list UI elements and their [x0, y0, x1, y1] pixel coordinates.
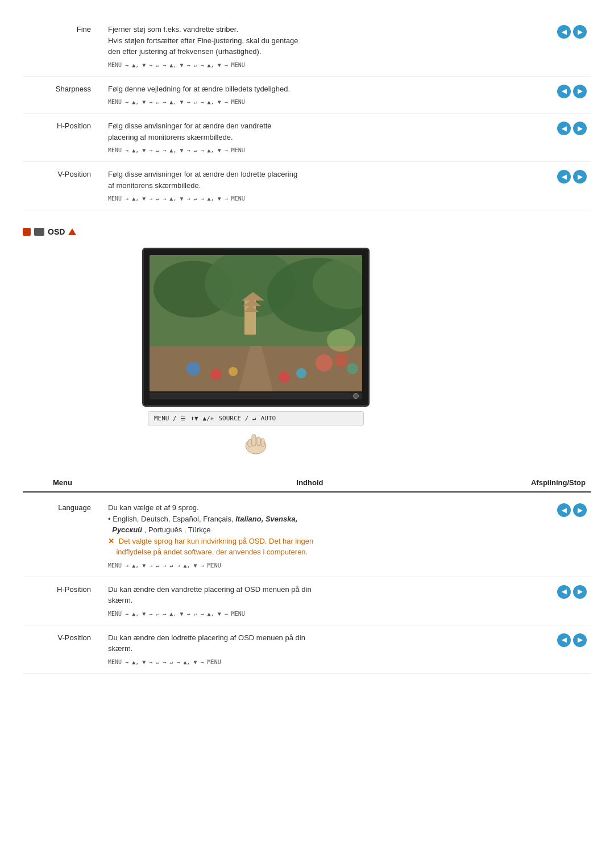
header-action: Afspilning/Stop: [517, 478, 591, 487]
osd-row-v-position: V-Position Du kan ændre den lodrette pla…: [23, 625, 591, 674]
sharpness-prev-button[interactable]: ◀: [557, 85, 571, 98]
h-position-label: H-Position: [23, 120, 102, 130]
svg-rect-21: [252, 435, 256, 446]
osd-v-position-label: V-Position: [23, 632, 102, 642]
language-label: Language: [23, 502, 102, 512]
language-content: Du kan vælge et af 9 sprog. • English, D…: [108, 502, 551, 570]
osd-row-language: Language Du kan vælge et af 9 sprog. • E…: [23, 495, 591, 577]
language-warning: ✕ Det valgte sprog har kun indvirkning p…: [108, 537, 313, 557]
sharpness-description: Følg denne vejledning for at ændre bille…: [108, 85, 290, 93]
fine-next-button[interactable]: ▶: [573, 25, 587, 39]
osd-title: OSD: [48, 227, 65, 236]
monitor-frame: [142, 248, 370, 407]
svg-point-15: [296, 368, 306, 378]
osd-h-position-description: Du kan ændre den vandrette placering af …: [108, 585, 312, 605]
fine-label: Fine: [23, 24, 102, 34]
language-next-button[interactable]: ▶: [573, 503, 587, 517]
settings-section: Fine Fjerner støj som f.eks. vandrette s…: [23, 17, 591, 210]
osd-control-bar: MENU / ☰ ⬆▼ ▲/✳ SOURCE / ↵ AUTO: [148, 411, 364, 425]
osd-header: OSD: [23, 227, 591, 236]
monitor-screen-image: [150, 255, 362, 391]
osd-h-position-prev-button[interactable]: ◀: [557, 585, 571, 599]
sharpness-content: Følg denne vejledning for at ændre bille…: [108, 84, 551, 107]
svg-point-19: [327, 329, 355, 352]
monitor-power-button[interactable]: [353, 393, 359, 399]
language-list: • English, Deutsch, Español, Français, I…: [108, 515, 297, 535]
osd-v-position-nav-hint: MENU → ▲, ▼ → ↵ → ↵ → ▲, ▼ → MENU: [108, 658, 551, 666]
svg-point-18: [347, 363, 358, 374]
remote-pointer: [239, 428, 273, 457]
triangle-icon: [68, 228, 76, 235]
sharpness-next-button[interactable]: ▶: [573, 85, 587, 98]
settings-row-v-position: V-Position Følg disse anvisninger for at…: [23, 162, 591, 210]
control-bar-brightness: ▲/✳: [203, 415, 214, 422]
fine-content: Fjerner støj som f.eks. vandrette stribe…: [108, 24, 551, 69]
h-position-nav-hint: MENU → ▲, ▼ → ↵ → ▲, ▼ → ↵ → ▲, ▼ → MENU: [108, 146, 551, 155]
osd-table-header: Menu Indhold Afspilning/Stop: [23, 474, 591, 493]
monitor-container: MENU / ☰ ⬆▼ ▲/✳ SOURCE / ↵ AUTO: [136, 248, 375, 457]
sharpness-nav-hint: MENU → ▲, ▼ → ↵ → ▲, ▼ → ↵ → ▲, ▼ → MENU: [108, 98, 551, 106]
svg-point-11: [186, 362, 200, 375]
h-position-next-button[interactable]: ▶: [573, 122, 587, 135]
monitor-screen: [150, 255, 362, 391]
control-bar-auto: AUTO: [261, 415, 276, 422]
hand-pointer-svg: [240, 430, 272, 456]
language-nav-hint: MENU → ▲, ▼ → ↵ → ↵ → ▲, ▼ → MENU: [108, 561, 551, 570]
language-actions: ◀ ▶: [557, 502, 591, 517]
svg-point-17: [334, 353, 348, 367]
h-position-content: Følg disse anvisninger for at ændre den …: [108, 120, 551, 155]
svg-point-12: [210, 369, 222, 380]
osd-h-position-actions: ◀ ▶: [557, 584, 591, 599]
sharpness-label: Sharpness: [23, 84, 102, 93]
h-position-description: Følg disse anvisninger for at ændre den …: [108, 122, 272, 141]
v-position-description: Følg disse anvisninger for at ændre den …: [108, 170, 297, 190]
osd-settings-section: Menu Indhold Afspilning/Stop Language Du…: [23, 474, 591, 674]
control-bar-source: SOURCE / ↵: [218, 415, 256, 422]
control-bar-text: MENU / ☰: [154, 415, 186, 422]
settings-row-h-position: H-Position Følg disse anvisninger for at…: [23, 114, 591, 162]
osd-h-position-label: H-Position: [23, 584, 102, 594]
settings-row-sharpness: Sharpness Følg denne vejledning for at æ…: [23, 77, 591, 114]
language-description: Du kan vælge et af 9 sprog.: [108, 503, 199, 512]
h-position-prev-button[interactable]: ◀: [557, 122, 571, 135]
osd-v-position-content: Du kan ændre den lodrette placering af O…: [108, 632, 551, 666]
osd-v-position-actions: ◀ ▶: [557, 632, 591, 647]
osd-v-position-prev-button[interactable]: ◀: [557, 633, 571, 647]
svg-point-13: [229, 367, 238, 376]
d-icon: [23, 228, 31, 236]
settings-row-fine: Fine Fjerner støj som f.eks. vandrette s…: [23, 17, 591, 77]
header-menu: Menu: [23, 478, 102, 487]
svg-rect-22: [257, 437, 260, 446]
v-position-next-button[interactable]: ▶: [573, 170, 587, 183]
osd-v-position-next-button[interactable]: ▶: [573, 633, 587, 647]
monitor-bottom-bar: [150, 393, 362, 399]
osd-h-position-content: Du kan ændre den vandrette placering af …: [108, 584, 551, 618]
osd-v-position-description: Du kan ændre den lodrette placering af O…: [108, 633, 305, 653]
box-icon: [34, 228, 44, 236]
v-position-nav-hint: MENU → ▲, ▼ → ↵ → ▲, ▼ → ↵ → ▲, ▼ → MENU: [108, 194, 551, 203]
h-position-actions: ◀ ▶: [557, 120, 591, 135]
v-position-actions: ◀ ▶: [557, 169, 591, 183]
monitor-svg: [150, 255, 362, 391]
language-warning-text: Det valgte sprog har kun indvirkning på …: [108, 537, 313, 557]
svg-point-14: [279, 372, 290, 383]
header-content: Indhold: [102, 478, 517, 487]
fine-description: Fjerner støj som f.eks. vandrette stribe…: [108, 25, 298, 56]
v-position-label: V-Position: [23, 169, 102, 178]
fine-prev-button[interactable]: ◀: [557, 25, 571, 39]
svg-rect-23: [261, 439, 264, 446]
svg-rect-24: [248, 440, 251, 447]
sharpness-actions: ◀ ▶: [557, 84, 591, 98]
v-position-content: Følg disse anvisninger for at ændre den …: [108, 169, 551, 203]
osd-h-position-next-button[interactable]: ▶: [573, 585, 587, 599]
svg-point-16: [316, 354, 333, 372]
v-position-prev-button[interactable]: ◀: [557, 170, 571, 183]
fine-nav-hint: MENU → ▲, ▼ → ↵ → ▲, ▼ → ↵ → ▲, ▼ → MENU: [108, 61, 551, 69]
osd-row-h-position: H-Position Du kan ændre den vandrette pl…: [23, 577, 591, 625]
osd-h-position-nav-hint: MENU → ▲, ▼ → ↵ → ▲, ▼ → ↵ → ▲, ▼ → MENU: [108, 610, 551, 618]
language-prev-button[interactable]: ◀: [557, 503, 571, 517]
fine-actions: ◀ ▶: [557, 24, 591, 39]
control-bar-arrow-updown: ⬆▼: [190, 415, 198, 422]
